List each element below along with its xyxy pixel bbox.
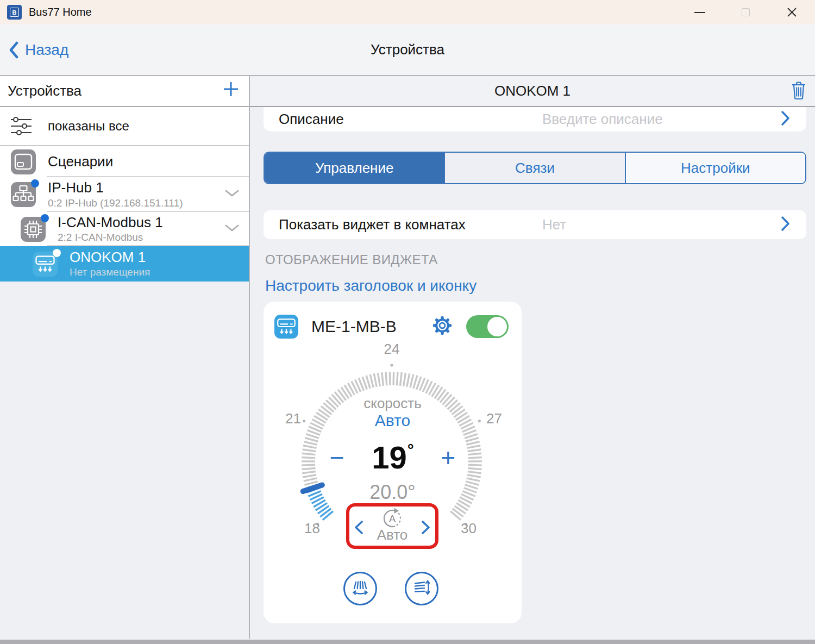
filter-sliders-icon: [9, 116, 34, 136]
plus-icon: [223, 81, 239, 97]
row-label: ONOKOM 1: [70, 249, 150, 265]
device-detail-panel: ONOKOM 1 Описание Введите описание: [250, 76, 815, 639]
widget-title: ME-1-MB-B: [311, 317, 397, 336]
ac-widget-card: ME-1-MB-B 24 21: [264, 302, 522, 623]
close-icon: [787, 7, 797, 17]
tab-links[interactable]: Связи: [444, 153, 624, 183]
maximize-icon: [742, 8, 750, 16]
status-dot: [31, 179, 39, 187]
widget-enabled-toggle[interactable]: [466, 315, 509, 338]
device-title: ONOKOM 1: [494, 83, 570, 99]
status-dot: [53, 249, 61, 257]
horizontal-swing-button[interactable]: [343, 572, 377, 605]
title-bar: B Bus77 Home: [0, 0, 815, 24]
current-temperature: 20.0°: [264, 481, 522, 504]
minimize-button[interactable]: [676, 0, 723, 24]
dial-tick-label: 30: [461, 520, 477, 537]
rooms-row[interactable]: Показать виджет в комнатах Нет: [264, 210, 806, 239]
dial-tick-label: 24: [264, 341, 520, 358]
svg-text:A: A: [389, 513, 396, 524]
temp-increase-button[interactable]: +: [436, 445, 460, 470]
window-bottom-edge: [0, 640, 815, 644]
rooms-label: Показать виджет в комнатах: [279, 216, 466, 233]
vertical-swing-icon: [410, 577, 434, 601]
tab-label: Настройки: [681, 160, 750, 177]
annotation-highlight-box: A Авто: [346, 503, 438, 549]
tab-label: Связи: [515, 160, 555, 177]
dial-tick-label: 18: [304, 520, 320, 537]
scenarios-folder-icon: [11, 149, 36, 174]
sidebar-title: Устройства: [8, 83, 82, 99]
back-button[interactable]: Назад: [9, 41, 68, 59]
fan-speed-label: скорость: [264, 395, 522, 412]
minimize-icon: [694, 12, 705, 13]
sidebar-item-ip-hub[interactable]: IP-Hub 1 0:2 IP-Hub (192.168.151.111): [0, 177, 249, 212]
row-label: I-CAN-Modbus 1: [58, 215, 163, 230]
page-title: Устройства: [0, 41, 815, 58]
tab-control[interactable]: Управление: [265, 153, 444, 183]
toggle-knob: [487, 317, 507, 336]
row-label: IP-Hub 1: [48, 180, 183, 196]
row-subtitle: Нет размещения: [70, 266, 150, 278]
configure-title-icon-link[interactable]: Настроить заголовок и иконку: [265, 277, 477, 295]
chevron-down-icon: [225, 224, 239, 232]
app-title: Bus77 Home: [29, 6, 92, 18]
sidebar-item-onokom[interactable]: ONOKOM 1 Нет размещения: [0, 246, 249, 282]
sidebar-item-ican-modbus[interactable]: I-CAN-Modbus 1 2:2 I-CAN-Modbus: [0, 212, 249, 246]
gear-icon: [432, 316, 452, 335]
setpoint-temperature: 19°: [372, 442, 413, 473]
description-placeholder: Введите описание: [542, 111, 663, 128]
expand-button[interactable]: [225, 190, 239, 199]
back-chevron-icon: [9, 41, 18, 59]
widget-display-section-title: ОТОБРАЖЕНИЕ ВИДЖЕТА: [265, 252, 806, 267]
vertical-swing-button[interactable]: [405, 572, 438, 605]
expand-button[interactable]: [225, 224, 239, 234]
app-icon: B: [7, 5, 22, 20]
description-label: Описание: [279, 111, 344, 128]
chevron-down-icon: [225, 190, 239, 197]
widget-settings-button[interactable]: [432, 316, 452, 337]
row-label: Сценарии: [48, 154, 113, 170]
horizontal-swing-icon: [348, 577, 372, 601]
sidebar-item-scenarios[interactable]: Сценарии: [0, 146, 249, 177]
ac-unit-icon: [274, 315, 298, 339]
fan-speed-value[interactable]: Авто: [264, 411, 522, 430]
temp-decrease-button[interactable]: −: [325, 445, 349, 470]
mode-value: Авто: [349, 527, 435, 543]
filter-row[interactable]: показаны все: [0, 107, 249, 146]
add-device-button[interactable]: [223, 81, 239, 101]
maximize-button[interactable]: [723, 0, 769, 24]
delete-device-button[interactable]: [790, 80, 807, 105]
hub-icon: [11, 182, 36, 207]
close-button[interactable]: [769, 0, 815, 24]
nav-header: Назад Устройства: [0, 24, 815, 76]
status-dot: [41, 214, 49, 222]
ac-unit-icon: [33, 252, 58, 277]
tab-bar: Управление Связи Настройки: [264, 152, 806, 184]
tab-label: Управление: [315, 160, 394, 177]
back-label: Назад: [25, 41, 68, 59]
description-row[interactable]: Описание Введите описание: [264, 107, 806, 132]
chip-icon: [21, 217, 46, 242]
rooms-value: Нет: [542, 216, 566, 233]
tab-settings[interactable]: Настройки: [625, 153, 805, 183]
device-sidebar: Устройства показаны все Сценарии: [0, 76, 250, 639]
trash-icon: [790, 80, 807, 101]
filter-label: показаны все: [48, 118, 129, 134]
row-subtitle: 0:2 IP-Hub (192.168.151.111): [48, 197, 183, 209]
chevron-right-icon: [781, 111, 790, 128]
chevron-right-icon: [781, 216, 790, 233]
row-subtitle: 2:2 I-CAN-Modbus: [58, 232, 163, 243]
